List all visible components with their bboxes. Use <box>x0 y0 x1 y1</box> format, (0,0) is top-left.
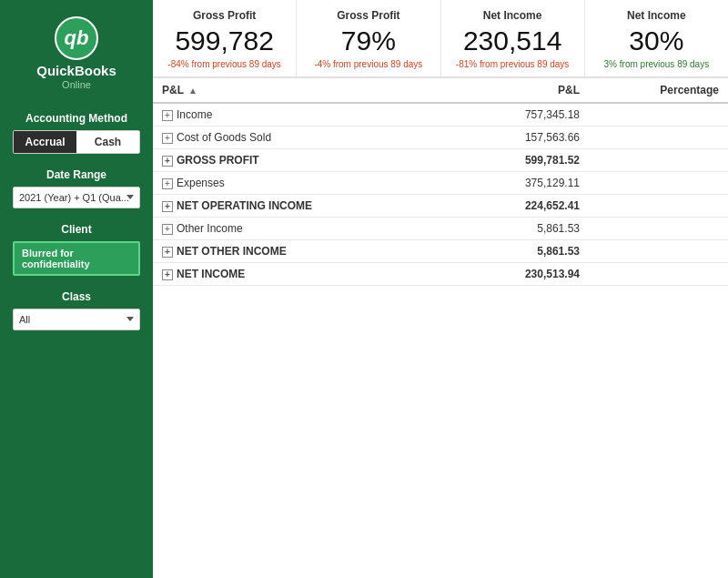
kpi-change-0: -84% from previous 89 days <box>167 59 281 69</box>
table-row: +NET OPERATING INCOME 224,652.41 <box>153 195 728 218</box>
class-title: Class <box>13 290 140 303</box>
kpi-card-1: Gross Profit 79% -4% from previous 89 da… <box>297 0 440 76</box>
row-value-1: 157,563.66 <box>457 127 589 149</box>
row-value-7: 230,513.94 <box>457 263 589 286</box>
row-value-3: 375,129.11 <box>457 172 589 195</box>
col-header-pl2: P&L <box>457 78 589 103</box>
table-row: +GROSS PROFIT 599,781.52 <box>153 149 728 172</box>
kpi-label-1: Gross Profit <box>311 9 425 22</box>
table-row: +Other Income 5,861.53 <box>153 218 728 240</box>
table-row: +Income 757,345.18 <box>153 103 728 127</box>
kpi-card-2: Net Income 230,514 -81% from previous 89… <box>441 0 585 76</box>
main-content: Gross Profit 599,782 -84% from previous … <box>153 0 728 578</box>
row-value-6: 5,861.53 <box>457 240 589 263</box>
kpi-card-0: Gross Profit 599,782 -84% from previous … <box>153 0 297 76</box>
col-header-pl1: P&L ▲ <box>153 78 457 103</box>
row-pct-4 <box>589 195 728 218</box>
row-pct-2 <box>589 149 728 172</box>
sort-arrow-icon: ▲ <box>188 86 197 96</box>
table-row: +NET OTHER INCOME 5,861.53 <box>153 240 728 263</box>
kpi-label-2: Net Income <box>456 9 570 22</box>
sidebar: qb QuickBooks Online Accounting Method A… <box>0 0 153 578</box>
kpi-card-3: Net Income 30% 3% from previous 89 days <box>585 0 728 76</box>
row-value-5: 5,861.53 <box>457 218 589 240</box>
expand-icon-7[interactable]: + <box>162 269 173 280</box>
kpi-change-1: -4% from previous 89 days <box>311 59 425 69</box>
class-select[interactable]: All <box>13 309 140 330</box>
row-value-4: 224,652.41 <box>457 195 589 218</box>
logo-area: qb QuickBooks Online <box>0 0 153 103</box>
row-value-0: 757,345.18 <box>457 103 589 127</box>
accounting-method-section: Accounting Method Accrual Cash <box>0 103 153 159</box>
kpi-row: Gross Profit 599,782 -84% from previous … <box>153 0 728 78</box>
row-pct-5 <box>589 218 728 240</box>
row-label-1: +Cost of Goods Sold <box>153 127 457 149</box>
table-area: P&L ▲ P&L Percentage +Income 757,345.18 … <box>153 78 728 578</box>
table-row: +Cost of Goods Sold 157,563.66 <box>153 127 728 149</box>
row-pct-0 <box>589 103 728 127</box>
date-range-section: Date Range 2021 (Year) + Q1 (Qua... <box>0 159 153 214</box>
expand-icon-1[interactable]: + <box>162 133 173 144</box>
kpi-label-0: Gross Profit <box>167 9 281 22</box>
quickbooks-logo: qb <box>55 16 98 60</box>
row-pct-7 <box>589 263 728 286</box>
row-label-0: +Income <box>153 103 457 127</box>
table-row: +Expenses 375,129.11 <box>153 172 728 195</box>
kpi-label-3: Net Income <box>600 9 713 22</box>
client-title: Client <box>13 223 140 236</box>
expand-icon-3[interactable]: + <box>162 178 173 189</box>
expand-icon-0[interactable]: + <box>162 110 173 121</box>
expand-icon-4[interactable]: + <box>162 201 173 212</box>
client-value: Blurred for confidentiality <box>13 241 140 276</box>
logo-icon: qb <box>65 28 89 48</box>
class-section: Class All <box>0 281 153 336</box>
expand-icon-2[interactable]: + <box>162 156 173 167</box>
table-row: +NET INCOME 230,513.94 <box>153 263 728 286</box>
client-section: Client Blurred for confidentiality <box>0 214 153 281</box>
kpi-value-0: 599,782 <box>167 25 281 56</box>
accounting-method-title: Accounting Method <box>13 112 140 125</box>
date-range-title: Date Range <box>13 168 140 181</box>
row-label-7: +NET INCOME <box>153 263 457 286</box>
pl-table: P&L ▲ P&L Percentage +Income 757,345.18 … <box>153 78 728 286</box>
kpi-value-3: 30% <box>600 25 713 56</box>
date-range-select[interactable]: 2021 (Year) + Q1 (Qua... <box>13 187 140 208</box>
kpi-value-2: 230,514 <box>456 25 570 56</box>
brand-sub: Online <box>62 79 91 90</box>
kpi-value-1: 79% <box>311 25 425 56</box>
row-label-3: +Expenses <box>153 172 457 195</box>
col-header-pct: Percentage <box>589 78 728 103</box>
accrual-button[interactable]: Accrual <box>14 131 76 153</box>
row-label-4: +NET OPERATING INCOME <box>153 195 457 218</box>
brand-name: QuickBooks <box>36 64 116 79</box>
expand-icon-5[interactable]: + <box>162 224 173 235</box>
kpi-change-3: 3% from previous 89 days <box>600 59 713 69</box>
row-pct-1 <box>589 127 728 149</box>
row-label-6: +NET OTHER INCOME <box>153 240 457 263</box>
row-label-5: +Other Income <box>153 218 457 240</box>
kpi-change-2: -81% from previous 89 days <box>456 59 570 69</box>
cash-button[interactable]: Cash <box>76 131 139 153</box>
expand-icon-6[interactable]: + <box>162 247 173 258</box>
row-pct-6 <box>589 240 728 263</box>
accounting-toggle: Accrual Cash <box>13 130 140 154</box>
row-label-2: +GROSS PROFIT <box>153 149 457 172</box>
row-pct-3 <box>589 172 728 195</box>
row-value-2: 599,781.52 <box>457 149 589 172</box>
